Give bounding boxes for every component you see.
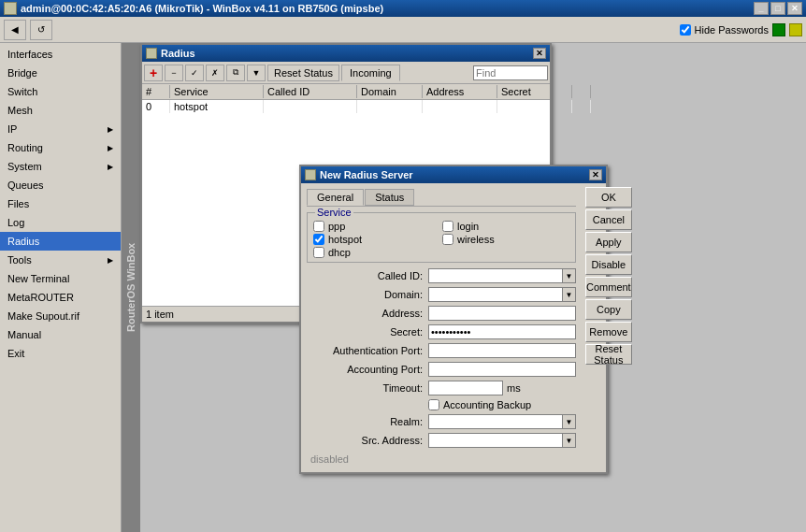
sidebar-item-files[interactable]: Files bbox=[0, 194, 121, 213]
dialog-tabs: General Status bbox=[307, 189, 576, 207]
main-layout: Interfaces Bridge Switch Mesh IP ▶ Routi… bbox=[0, 43, 806, 532]
hotspot-checkbox[interactable] bbox=[313, 234, 324, 245]
dialog-content: General Status Service ppp bbox=[301, 183, 606, 472]
remove-button[interactable]: − bbox=[165, 65, 183, 81]
forward-button[interactable]: ↺ bbox=[30, 20, 52, 40]
table-row[interactable]: 0 hotspot bbox=[142, 100, 550, 113]
service-grid: ppp login hotspot bbox=[313, 217, 569, 258]
filter-button[interactable]: ▼ bbox=[247, 65, 266, 81]
sidebar-item-radius[interactable]: Radius bbox=[0, 232, 121, 251]
ppp-checkbox[interactable] bbox=[313, 221, 324, 232]
add-button[interactable]: + bbox=[144, 65, 163, 81]
service-section-label: Service bbox=[315, 207, 353, 218]
sidebar-item-label: Routing bbox=[7, 142, 43, 153]
domain-combo[interactable]: ▼ bbox=[428, 287, 576, 302]
sidebar-item-routing[interactable]: Routing ▶ bbox=[0, 138, 121, 157]
col-extra bbox=[572, 85, 591, 98]
table-header: # Service Called ID Domain Address Secre… bbox=[142, 84, 550, 100]
radius-close-button[interactable]: ✕ bbox=[533, 48, 546, 59]
copy-button[interactable]: Copy bbox=[585, 299, 632, 320]
domain-arrow[interactable]: ▼ bbox=[562, 288, 575, 301]
tab-general[interactable]: General bbox=[307, 189, 364, 206]
hide-passwords-checkbox[interactable] bbox=[680, 24, 691, 36]
col-secret: Secret bbox=[497, 85, 572, 98]
sidebar-item-queues[interactable]: Queues bbox=[0, 176, 121, 194]
reset-status-button[interactable]: Reset Status bbox=[585, 344, 632, 365]
accounting-backup-checkbox[interactable] bbox=[428, 399, 439, 410]
maximize-button[interactable]: □ bbox=[770, 2, 785, 15]
remove-button[interactable]: Remove bbox=[585, 322, 632, 342]
domain-input[interactable] bbox=[429, 288, 562, 301]
sidebar-item-metarouter[interactable]: MetaROUTER bbox=[0, 288, 121, 307]
cell-extra bbox=[572, 100, 591, 113]
src-address-input[interactable] bbox=[429, 434, 562, 447]
secret-input[interactable] bbox=[428, 324, 576, 339]
back-button[interactable]: ◀ bbox=[4, 20, 26, 40]
service-section: Service ppp login bbox=[307, 212, 576, 263]
called-id-combo[interactable]: ▼ bbox=[428, 268, 576, 283]
service-dhcp: dhcp bbox=[313, 247, 440, 258]
called-id-input[interactable] bbox=[429, 269, 562, 282]
sidebar-item-log[interactable]: Log bbox=[0, 213, 121, 232]
apply-button[interactable]: Apply bbox=[585, 232, 632, 252]
radius-title-bar: Radius ✕ bbox=[142, 45, 550, 62]
acct-port-row: Accounting Port: 1813 bbox=[307, 362, 576, 377]
cell-service: hotspot bbox=[170, 100, 264, 113]
login-checkbox[interactable] bbox=[442, 221, 453, 232]
sidebar-item-interfaces[interactable]: Interfaces bbox=[0, 45, 121, 64]
src-address-combo[interactable]: ▼ bbox=[428, 433, 576, 448]
tab-status[interactable]: Status bbox=[365, 189, 414, 206]
timeout-label: Timeout: bbox=[307, 382, 428, 394]
new-radius-close-button[interactable]: ✕ bbox=[589, 169, 602, 180]
sidebar-item-exit[interactable]: Exit bbox=[0, 344, 121, 363]
accounting-backup-label: Accounting Backup bbox=[443, 399, 531, 410]
sidebar-item-label: Bridge bbox=[7, 67, 37, 79]
incoming-button[interactable]: Incoming bbox=[341, 65, 400, 81]
sidebar: Interfaces Bridge Switch Mesh IP ▶ Routi… bbox=[0, 43, 122, 532]
disable-button[interactable]: ✗ bbox=[206, 65, 224, 81]
reset-status-toolbar-button[interactable]: Reset Status bbox=[267, 65, 339, 81]
dhcp-label: dhcp bbox=[328, 247, 351, 258]
find-input[interactable] bbox=[473, 65, 548, 80]
minimize-button[interactable]: _ bbox=[754, 2, 769, 15]
called-id-arrow[interactable]: ▼ bbox=[562, 269, 575, 282]
ok-button[interactable]: OK bbox=[585, 187, 632, 208]
sidebar-item-tools[interactable]: Tools ▶ bbox=[0, 251, 121, 269]
enable-button[interactable]: ✓ bbox=[185, 65, 204, 81]
dialog-status-text: disabled bbox=[310, 453, 349, 465]
sidebar-item-mesh[interactable]: Mesh bbox=[0, 101, 121, 120]
acct-port-input[interactable]: 1813 bbox=[428, 362, 576, 377]
sidebar-item-switch[interactable]: Switch bbox=[0, 82, 121, 101]
disable-button[interactable]: Disable bbox=[585, 254, 632, 275]
realm-arrow[interactable]: ▼ bbox=[562, 415, 575, 428]
wireless-checkbox[interactable] bbox=[442, 234, 453, 245]
close-button[interactable]: ✕ bbox=[787, 2, 802, 15]
timeout-unit: ms bbox=[507, 382, 521, 394]
sidebar-item-new-terminal[interactable]: New Terminal bbox=[0, 269, 121, 288]
realm-combo[interactable]: ▼ bbox=[428, 414, 576, 429]
title-bar-controls: _ □ ✕ bbox=[754, 2, 802, 15]
dhcp-checkbox[interactable] bbox=[313, 247, 324, 258]
copy-toolbar-button[interactable]: ⧉ bbox=[226, 65, 245, 81]
comment-button[interactable]: Comment bbox=[585, 277, 632, 297]
sidebar-item-bridge[interactable]: Bridge bbox=[0, 64, 121, 82]
hide-passwords-label: Hide Passwords bbox=[695, 24, 769, 36]
timeout-input[interactable]: 300 bbox=[428, 381, 503, 395]
col-domain: Domain bbox=[357, 85, 423, 98]
sidebar-item-system[interactable]: System ▶ bbox=[0, 157, 121, 176]
realm-input[interactable] bbox=[429, 415, 562, 428]
sidebar-item-manual[interactable]: Manual bbox=[0, 325, 121, 344]
auth-port-input[interactable]: 1812 bbox=[428, 343, 576, 358]
radius-toolbar: + − ✓ ✗ ⧉ ▼ Reset Status Incoming bbox=[142, 62, 550, 84]
hide-passwords-control: Hide Passwords bbox=[680, 23, 802, 36]
sidebar-item-label: Exit bbox=[7, 348, 24, 359]
address-input[interactable]: 80.48.86.2 bbox=[428, 306, 576, 321]
cancel-button[interactable]: Cancel bbox=[585, 209, 632, 230]
src-address-arrow[interactable]: ▼ bbox=[562, 434, 575, 447]
cell-called-id bbox=[264, 100, 357, 113]
sidebar-item-ip[interactable]: IP ▶ bbox=[0, 120, 121, 138]
sidebar-item-make-supout[interactable]: Make Supout.rif bbox=[0, 307, 121, 325]
wireless-label: wireless bbox=[457, 234, 495, 245]
app-icon bbox=[4, 2, 17, 15]
new-radius-dialog: New Radius Server ✕ General Status bbox=[299, 165, 608, 474]
